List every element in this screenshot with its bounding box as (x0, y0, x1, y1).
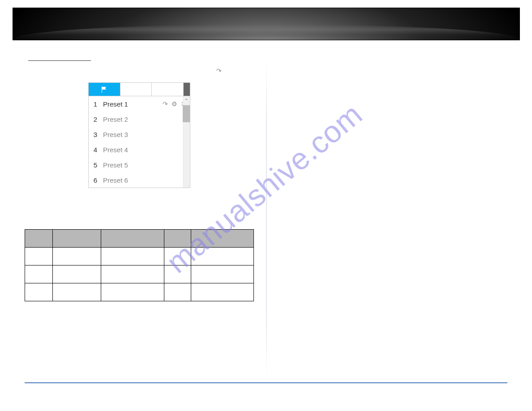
table-row (25, 248, 254, 265)
preset-list: 1 Preset 1 ↷ ⚙ ✕ 2 Preset 2 3 Preset 3 4… (89, 96, 190, 188)
table-header (52, 230, 101, 248)
table-header (164, 230, 191, 248)
goto-icon[interactable]: ↷ (163, 100, 168, 107)
preset-name: Preset 2 (103, 116, 186, 123)
data-table (25, 229, 254, 301)
flag-icon (101, 86, 108, 93)
footer-line (25, 382, 507, 383)
preset-name: Preset 6 (103, 176, 186, 184)
column-divider (266, 58, 267, 381)
table-row (25, 265, 254, 283)
scroll-up-icon[interactable]: ⌃ (183, 96, 190, 104)
preset-row[interactable]: 3 Preset 3 (89, 127, 190, 142)
scroll-thumb[interactable] (183, 105, 190, 122)
table-header (101, 230, 164, 248)
preset-panel: 1 Preset 1 ↷ ⚙ ✕ 2 Preset 2 3 Preset 3 4… (88, 82, 190, 188)
tab-3[interactable] (152, 83, 184, 96)
header-banner (13, 8, 520, 40)
gear-icon[interactable]: ⚙ (172, 100, 177, 107)
preset-name: Preset 5 (103, 161, 186, 169)
tab-preset[interactable] (89, 83, 120, 96)
table-row (25, 283, 254, 301)
preset-row[interactable]: 2 Preset 2 (89, 111, 190, 127)
preset-tabs (89, 83, 190, 96)
preset-row[interactable]: 6 Preset 6 (89, 172, 190, 188)
table-header-row (25, 230, 254, 248)
preset-num: 1 (92, 100, 99, 108)
goto-icon: ↷ (216, 67, 222, 74)
tab-4[interactable] (184, 83, 190, 96)
preset-num: 6 (92, 176, 99, 184)
scrollbar[interactable]: ⌃ (183, 96, 190, 188)
preset-num: 3 (92, 131, 99, 138)
table-header (25, 230, 53, 248)
preset-name: Preset 4 (103, 146, 186, 154)
tab-2[interactable] (120, 83, 152, 96)
preset-num: 2 (92, 116, 99, 123)
section-underline (28, 60, 91, 61)
preset-row[interactable]: 1 Preset 1 ↷ ⚙ ✕ (89, 96, 190, 111)
table-header (191, 230, 254, 248)
preset-row[interactable]: 4 Preset 4 (89, 142, 190, 157)
preset-name: Preset 1 (103, 100, 158, 108)
preset-num: 4 (92, 146, 99, 154)
preset-num: 5 (92, 161, 99, 169)
preset-name: Preset 3 (103, 131, 186, 138)
preset-row[interactable]: 5 Preset 5 (89, 157, 190, 172)
